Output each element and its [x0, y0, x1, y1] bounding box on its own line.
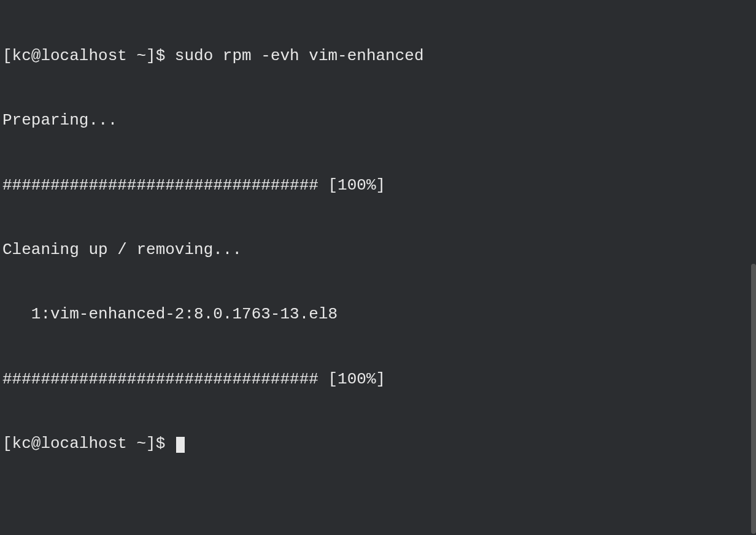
- command-line-1: [kc@localhost ~]$ sudo rpm -evh vim-enha…: [2, 45, 754, 67]
- output-cleaning: Cleaning up / removing...: [2, 239, 754, 261]
- output-progress-1: ################################# [100%]: [2, 175, 754, 196]
- terminal-output[interactable]: [kc@localhost ~]$ sudo rpm -evh vim-enha…: [2, 2, 754, 533]
- output-package: 1:vim-enhanced-2:8.0.1763-13.el8: [2, 304, 754, 325]
- scrollbar[interactable]: [751, 264, 756, 534]
- command-line-2: [kc@localhost ~]$: [2, 433, 754, 455]
- cursor-icon: [176, 437, 185, 453]
- output-progress-2: ################################# [100%]: [2, 369, 754, 390]
- command-text: sudo rpm -evh vim-enhanced: [175, 47, 424, 65]
- output-preparing: Preparing...: [2, 110, 754, 131]
- prompt: [kc@localhost ~]$: [2, 434, 175, 453]
- prompt: [kc@localhost ~]$: [2, 47, 175, 65]
